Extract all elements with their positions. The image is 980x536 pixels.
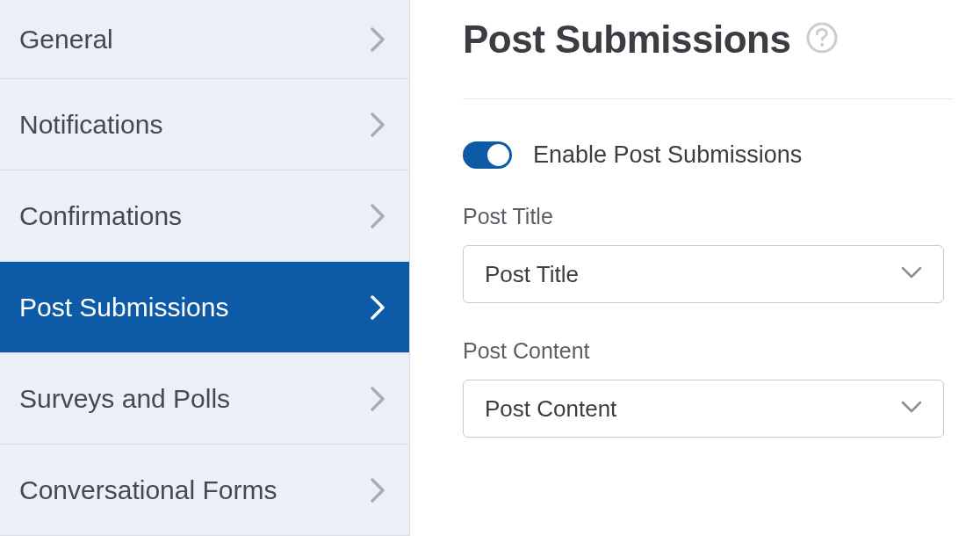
- select-value: Post Title: [485, 261, 579, 288]
- sidebar-item-label: Conversational Forms: [19, 475, 277, 505]
- page-header: Post Submissions: [463, 18, 954, 99]
- post-title-label: Post Title: [463, 204, 954, 229]
- chevron-right-icon: [371, 112, 385, 137]
- settings-sidebar: General Notifications Confirmations Post…: [0, 0, 410, 536]
- post-content-field-group: Post Content Post Content: [463, 338, 954, 438]
- main-panel: Post Submissions Enable Post Submissions…: [410, 0, 980, 536]
- enable-post-submissions-toggle[interactable]: [463, 141, 512, 169]
- post-title-select[interactable]: Post Title: [463, 245, 944, 303]
- sidebar-item-surveys-and-polls[interactable]: Surveys and Polls: [0, 353, 409, 445]
- sidebar-item-conversational-forms[interactable]: Conversational Forms: [0, 445, 409, 536]
- chevron-right-icon: [371, 27, 385, 52]
- chevron-right-icon: [371, 478, 385, 503]
- sidebar-item-notifications[interactable]: Notifications: [0, 79, 409, 170]
- select-value: Post Content: [485, 395, 616, 423]
- sidebar-item-post-submissions[interactable]: Post Submissions: [0, 262, 409, 353]
- sidebar-item-confirmations[interactable]: Confirmations: [0, 170, 409, 262]
- toggle-knob: [487, 144, 509, 166]
- post-content-label: Post Content: [463, 338, 954, 364]
- chevron-right-icon: [371, 295, 385, 320]
- svg-point-1: [821, 43, 825, 47]
- chevron-down-icon: [901, 401, 922, 416]
- chevron-right-icon: [371, 204, 385, 228]
- sidebar-item-label: General: [19, 25, 113, 54]
- enable-toggle-row: Enable Post Submissions: [463, 141, 954, 169]
- sidebar-item-general[interactable]: General: [0, 0, 409, 79]
- help-icon[interactable]: [806, 22, 838, 57]
- post-content-select[interactable]: Post Content: [463, 380, 944, 438]
- chevron-down-icon: [901, 266, 922, 282]
- sidebar-item-label: Surveys and Polls: [19, 384, 230, 414]
- sidebar-item-label: Post Submissions: [19, 293, 228, 322]
- page-title: Post Submissions: [463, 18, 790, 62]
- post-title-field-group: Post Title Post Title: [463, 204, 954, 303]
- chevron-right-icon: [371, 387, 385, 411]
- sidebar-item-label: Notifications: [19, 110, 162, 140]
- sidebar-item-label: Confirmations: [19, 201, 182, 231]
- toggle-label: Enable Post Submissions: [533, 141, 802, 169]
